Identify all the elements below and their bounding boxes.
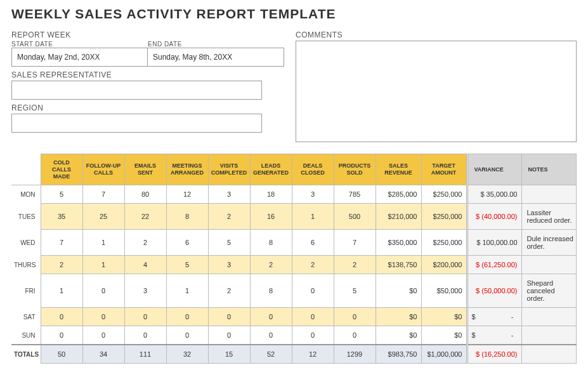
cell[interactable]: $50,000 [421,274,467,308]
cell[interactable]: 0 [334,308,376,326]
cell[interactable]: $200,000 [421,256,467,274]
cell[interactable]: 8 [166,204,208,230]
cell[interactable]: 8 [250,274,292,308]
cell[interactable]: 4 [124,256,166,274]
cell[interactable]: 3 [292,185,334,204]
notes-cell[interactable]: Shepard canceled order. [521,274,577,308]
cell[interactable]: 2 [208,274,250,308]
cell[interactable]: 5 [334,274,376,308]
cell[interactable]: 0 [41,308,82,326]
cell[interactable]: 0 [166,308,208,326]
cell[interactable]: 25 [82,204,124,230]
cell[interactable]: 32 [166,345,208,364]
notes-cell[interactable] [521,256,577,274]
notes-cell[interactable] [521,326,577,345]
cell[interactable]: 1 [41,274,82,308]
cell[interactable]: 0 [292,326,334,345]
cell[interactable]: 3 [124,274,166,308]
notes-cell[interactable]: Dule increased order. [521,230,577,256]
cell[interactable]: 0 [208,326,250,345]
cell[interactable]: 52 [250,345,292,364]
cell[interactable]: 0 [41,326,82,345]
cell[interactable]: 0 [82,326,124,345]
cell[interactable]: 8 [250,230,292,256]
cell[interactable]: 2 [334,256,376,274]
cell[interactable]: 50 [41,345,82,364]
region-input[interactable] [11,114,262,133]
cell[interactable]: 35 [41,204,82,230]
cell[interactable]: 5 [166,256,208,274]
cell[interactable]: 15 [208,345,250,364]
cell[interactable]: 0 [124,326,166,345]
cell[interactable]: $0 [376,274,421,308]
cell[interactable]: $138,750 [376,256,421,274]
cell[interactable]: 0 [292,274,334,308]
cell[interactable]: $250,000 [421,230,467,256]
cell[interactable]: $250,000 [421,185,467,204]
cell[interactable]: $1,000,000 [421,345,467,364]
col-revenue: SALES REVENUE [376,154,421,185]
cell[interactable]: 12 [292,345,334,364]
cell[interactable]: $983,750 [376,345,421,364]
cell[interactable]: 6 [166,230,208,256]
sales-rep-input[interactable] [11,81,262,100]
cell[interactable]: 6 [292,230,334,256]
notes-cell[interactable] [521,185,577,204]
cell[interactable]: 2 [124,230,166,256]
cell[interactable]: $250,000 [421,204,467,230]
cell[interactable]: 16 [250,204,292,230]
cell[interactable]: 2 [208,204,250,230]
cell[interactable]: 7 [82,185,124,204]
cell[interactable]: 785 [334,185,376,204]
cell[interactable]: 1299 [334,345,376,364]
day-label: TUES [11,204,41,230]
cell[interactable]: 7 [334,230,376,256]
cell[interactable]: 2 [292,256,334,274]
cell[interactable]: 5 [208,230,250,256]
cell[interactable]: 18 [250,185,292,204]
cell[interactable]: 34 [82,345,124,364]
notes-cell[interactable] [521,308,577,326]
cell[interactable]: 22 [124,204,166,230]
end-date-input[interactable]: Sunday, May 8th, 20XX [148,48,284,67]
cell[interactable]: 1 [82,256,124,274]
cell[interactable]: 1 [292,204,334,230]
cell[interactable]: 0 [208,308,250,326]
cell[interactable]: 12 [166,185,208,204]
cell[interactable]: $0 [421,326,467,345]
cell[interactable]: 0 [124,308,166,326]
cell[interactable]: 0 [250,326,292,345]
cell[interactable]: $0 [421,308,467,326]
cell[interactable]: 3 [208,185,250,204]
variance-cell: $ 35,000.00 [467,185,521,204]
cell[interactable]: $210,000 [376,204,421,230]
cell[interactable]: 5 [41,185,82,204]
col-variance: VARIANCE [467,154,521,185]
day-label: MON [11,185,41,204]
cell[interactable]: 80 [124,185,166,204]
cell[interactable]: 3 [208,256,250,274]
cell[interactable]: 0 [82,274,124,308]
cell[interactable]: $350,000 [376,230,421,256]
cell[interactable]: 0 [292,308,334,326]
table-row: TUES35252282161500$210,000$250,000$ (40,… [11,204,577,230]
cell[interactable]: 2 [41,256,82,274]
start-date-input[interactable]: Monday, May 2nd, 20XX [11,48,148,67]
cell[interactable]: 0 [334,326,376,345]
cell[interactable]: $0 [376,308,421,326]
notes-cell[interactable]: Lassiter reduced order. [521,204,577,230]
notes-cell[interactable] [521,345,577,364]
cell[interactable]: 0 [82,308,124,326]
cell[interactable]: $0 [376,326,421,345]
cell[interactable]: 1 [82,230,124,256]
cell[interactable]: 500 [334,204,376,230]
col-visits: VISITS COMPLETED [208,154,250,185]
cell[interactable]: 111 [124,345,166,364]
cell[interactable]: 0 [250,308,292,326]
cell[interactable]: 2 [250,256,292,274]
cell[interactable]: $285,000 [376,185,421,204]
cell[interactable]: 1 [166,274,208,308]
cell[interactable]: 7 [41,230,82,256]
cell[interactable]: 0 [166,326,208,345]
comments-input[interactable] [296,41,577,142]
